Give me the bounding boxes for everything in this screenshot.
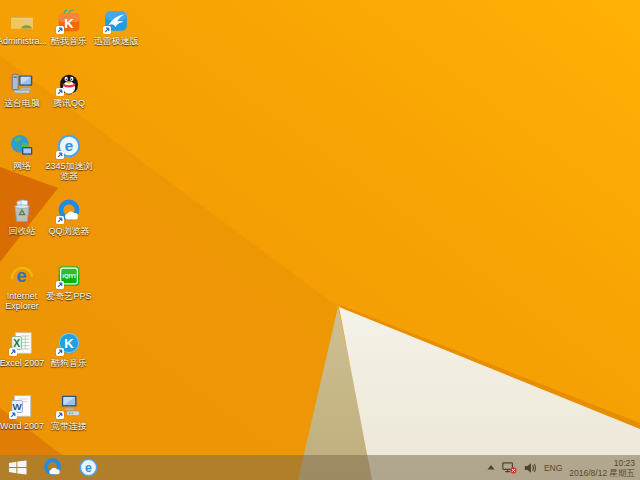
icon-label: Word 2007 xyxy=(0,421,44,431)
icon-label: 这台电脑 xyxy=(4,98,40,108)
language-indicator[interactable]: ENG xyxy=(544,463,562,473)
network-disconnected-icon xyxy=(502,462,517,474)
icon-label: Administra... xyxy=(0,36,47,46)
system-tray: ENG 10:23 2016/8/12 星期五 xyxy=(487,455,640,480)
internet-explorer-icon: e xyxy=(9,263,35,289)
administrator-folder-icon xyxy=(9,8,35,34)
icon-label: 网络 xyxy=(13,161,31,171)
shortcut-arrow-icon xyxy=(56,88,64,96)
icon-label: 2345加速浏览器 xyxy=(45,161,92,181)
desktop-icon-internet-explorer[interactable]: e InternetExplorer xyxy=(0,263,48,311)
desktop-icon-tencent-qq[interactable]: 腾讯QQ xyxy=(43,70,95,108)
icon-label: Excel 2007 xyxy=(0,358,44,368)
speaker-icon xyxy=(524,462,537,474)
2345-speed-browser-icon: e xyxy=(56,133,82,159)
desktop-icon-grid: Administra... K酷我音乐 迅雷极速版 这台电脑 腾讯QQ 网络 e… xyxy=(0,0,640,480)
start-button[interactable] xyxy=(0,455,34,480)
qq-browser-icon xyxy=(56,198,82,224)
svg-text:iQIYI: iQIYI xyxy=(62,273,76,279)
desktop-icon-word-2007[interactable]: WWord 2007 xyxy=(0,393,48,431)
excel-2007-icon: X xyxy=(9,330,35,356)
shortcut-arrow-icon xyxy=(56,216,64,224)
desktop-icon-administrator-folder[interactable]: Administra... xyxy=(0,8,48,46)
shortcut-arrow-icon xyxy=(56,26,64,34)
shortcut-arrow-icon xyxy=(56,151,64,159)
desktop-icon-iqiyi-pps[interactable]: iQIYI爱奇艺PPS xyxy=(43,263,95,301)
icon-label: 酷狗音乐 xyxy=(51,358,87,368)
chevron-up-icon xyxy=(487,465,495,470)
icon-label: QQ浏览器 xyxy=(48,226,89,236)
kugou-music-icon: K xyxy=(56,330,82,356)
windows-logo-icon xyxy=(8,460,27,475)
clock-date: 2016/8/12 星期五 xyxy=(569,468,635,478)
desktop-icon-kuwo-music[interactable]: K酷我音乐 xyxy=(43,8,95,46)
clock-time: 10:23 xyxy=(569,458,635,468)
qq-browser-icon xyxy=(42,457,63,478)
volume-icon[interactable] xyxy=(524,462,537,474)
desktop-icon-this-pc[interactable]: 这台电脑 xyxy=(0,70,48,108)
shortcut-arrow-icon xyxy=(9,348,17,356)
svg-text:K: K xyxy=(64,336,74,351)
desktop-icon-excel-2007[interactable]: XExcel 2007 xyxy=(0,330,48,368)
desktop-icon-kugou-music[interactable]: K酷狗音乐 xyxy=(43,330,95,368)
show-hidden-icons-button[interactable] xyxy=(487,465,495,470)
broadband-connection-icon xyxy=(56,393,82,419)
svg-text:K: K xyxy=(64,16,74,31)
svg-text:e: e xyxy=(65,137,73,154)
iqiyi-pps-icon: iQIYI xyxy=(56,263,82,289)
desktop-icon-network[interactable]: 网络 xyxy=(0,133,48,171)
icon-label: InternetExplorer xyxy=(5,291,39,311)
icon-label: 宽带连接 xyxy=(51,421,87,431)
shortcut-arrow-icon xyxy=(9,411,17,419)
shortcut-arrow-icon xyxy=(56,411,64,419)
taskbar-app-2345-speed-browser[interactable]: e xyxy=(70,455,106,480)
shortcut-arrow-icon xyxy=(103,26,111,34)
desktop-icon-2345-speed-browser[interactable]: e2345加速浏览器 xyxy=(43,133,95,181)
recycle-bin-icon xyxy=(9,198,35,224)
word-2007-icon: W xyxy=(9,393,35,419)
desktop-icon-broadband-connection[interactable]: 宽带连接 xyxy=(43,393,95,431)
tencent-qq-icon xyxy=(56,70,82,96)
xunlei-speed-icon xyxy=(103,8,129,34)
icon-label: 酷我音乐 xyxy=(51,36,87,46)
this-pc-icon xyxy=(9,70,35,96)
network-icon xyxy=(9,133,35,159)
shortcut-arrow-icon xyxy=(56,348,64,356)
svg-text:e: e xyxy=(85,461,92,475)
icon-label: 回收站 xyxy=(9,226,36,236)
desktop: Administra... K酷我音乐 迅雷极速版 这台电脑 腾讯QQ 网络 e… xyxy=(0,0,640,480)
icon-label: 爱奇艺PPS xyxy=(46,291,91,301)
clock[interactable]: 10:23 2016/8/12 星期五 xyxy=(569,458,635,478)
desktop-icon-recycle-bin[interactable]: 回收站 xyxy=(0,198,48,236)
desktop-icon-xunlei-speed[interactable]: 迅雷极速版 xyxy=(90,8,142,46)
icon-label: 腾讯QQ xyxy=(53,98,85,108)
taskbar-app-qq-browser[interactable] xyxy=(34,455,70,480)
kuwo-music-icon: K xyxy=(56,8,82,34)
network-status-icon[interactable] xyxy=(502,462,517,474)
shortcut-arrow-icon xyxy=(56,281,64,289)
2345-speed-browser-icon: e xyxy=(78,457,99,478)
desktop-icon-qq-browser[interactable]: QQ浏览器 xyxy=(43,198,95,236)
icon-label: 迅雷极速版 xyxy=(94,36,139,46)
taskbar: e xyxy=(0,455,640,480)
